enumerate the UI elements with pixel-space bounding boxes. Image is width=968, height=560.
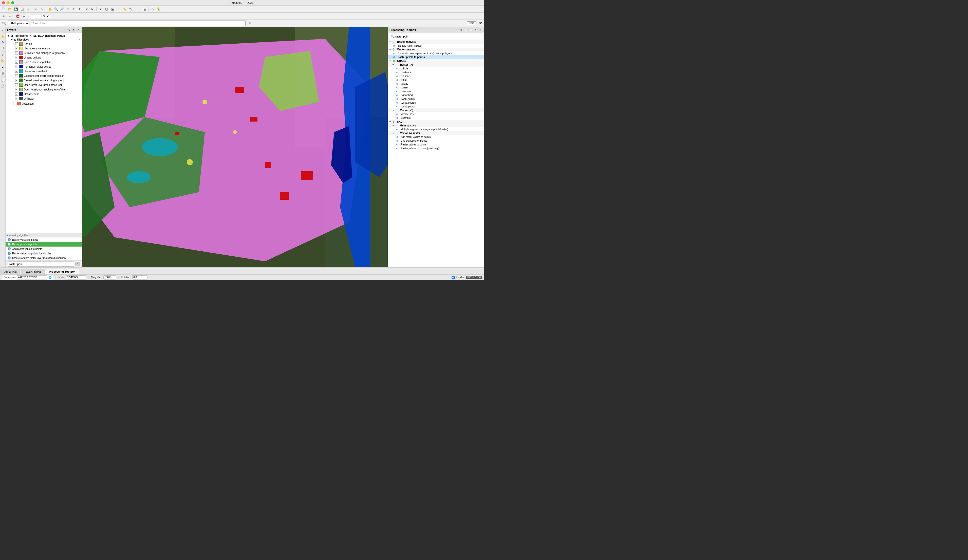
ptb-item-r-plane[interactable]: ⚙ r.plane <box>388 82 484 86</box>
temporal-tool-button[interactable]: 🕐 <box>0 78 5 83</box>
layers-expand-button[interactable]: ▼ <box>71 28 76 32</box>
layer-group-header-reprojected[interactable]: ▼ ⊞ Reprojected_HRSL_BGD_Rajshahi_Popula <box>7 34 81 38</box>
advanced-digi-button[interactable]: ◈ <box>21 13 27 19</box>
bare-checkbox[interactable] <box>15 61 18 64</box>
print-button[interactable]: 🖨 <box>25 6 31 12</box>
magnifier-input[interactable] <box>103 275 116 280</box>
open-project-button[interactable]: 📂 <box>7 6 13 12</box>
ptb-item-add-raster-values-points[interactable]: ⚙ Add raster values to points <box>388 135 484 139</box>
herbaceous-vegetation-checkbox[interactable] <box>15 47 18 50</box>
field-calc-button[interactable]: ∑ <box>136 6 141 12</box>
ptb-item-r-quant[interactable]: ⚙ r.quant <box>388 86 484 89</box>
select-button[interactable]: ▢ <box>104 6 109 12</box>
ptb-group-vector-v[interactable]: ▼ Vector (v.*) <box>388 108 484 112</box>
layer-item-urban[interactable]: Urban / built up <box>10 55 81 60</box>
ptb-item-r-lake[interactable]: ⚙ r.lake <box>388 78 484 82</box>
zoom-input[interactable] <box>31 14 41 18</box>
ptb-item-raster-values-points-saga[interactable]: ⚙ Raster values to points <box>388 142 484 146</box>
overview-button[interactable]: 🗺 <box>477 20 483 26</box>
urban-checkbox[interactable] <box>15 56 18 59</box>
zoom-next-button[interactable]: ⊳ <box>90 6 95 12</box>
ptb-item-r-viewshed[interactable]: ⚙ r.viewshed <box>388 93 484 97</box>
digitize-button[interactable]: ✏ <box>1 13 7 19</box>
render-checkbox[interactable] <box>452 276 455 279</box>
unknown-checkbox[interactable] <box>15 97 18 100</box>
annotations-tool-button[interactable]: 📝 <box>0 83 5 88</box>
zoom-extent-button[interactable]: ⊞ <box>65 6 71 12</box>
ptb-options-button[interactable]: ≡ <box>474 28 478 32</box>
render-label[interactable]: Render <box>452 276 464 279</box>
measure-button[interactable]: 📏 <box>122 6 128 12</box>
layer-item-cultivated[interactable]: Cultivated and managed vegetation / <box>10 51 81 55</box>
layer-item-oceans[interactable]: Oceans, seas <box>10 92 81 96</box>
cultivated-checkbox[interactable] <box>15 51 18 55</box>
ptb-group-grass[interactable]: ▼ 🌿 GRASS <box>388 59 484 63</box>
scale-input[interactable] <box>66 275 86 280</box>
proc-alg-raster-values-to-points[interactable]: S Raster values to points <box>6 237 82 242</box>
zoom-selection-button[interactable]: ⊟ <box>71 6 77 12</box>
locator-options-button[interactable]: ▼ <box>247 20 253 26</box>
ptb-item-v-kernel-rast[interactable]: ⚙ v.kernel.rast <box>388 112 484 116</box>
layer-item-open-forest-evergreen[interactable]: Open forest, evergreen broad leaf <box>10 83 81 87</box>
epsg-badge[interactable]: EPSG:3106 <box>466 276 482 279</box>
save-as-button[interactable]: 📋 <box>19 6 25 12</box>
tab-value-tool[interactable]: Value Tool <box>0 269 20 274</box>
ptb-item-r-what-points[interactable]: ⚙ r.what.points <box>388 104 484 108</box>
closed-forest-evergreen-checkbox[interactable] <box>15 74 18 77</box>
locator-search-icon[interactable]: 🔍 <box>1 20 7 26</box>
open-forest-evergreen-checkbox[interactable] <box>15 83 18 86</box>
tab-layer-styling[interactable]: Layer Styling <box>21 269 45 274</box>
ptb-group-vector-raster[interactable]: ▼ Vector <-> raster <box>388 131 484 135</box>
country-select[interactable]: Philippines <box>8 20 30 26</box>
layer-item-closed-forest-evergreen[interactable]: Closed forest, evergreen broad leaf <box>10 73 81 78</box>
zoom-in-tool-button[interactable]: ⊕ <box>0 40 5 45</box>
measure-tool-button[interactable]: 📐 <box>0 58 5 63</box>
dissolved-options-icon[interactable]: ≡ <box>79 38 80 41</box>
pan-button[interactable]: ✋ <box>47 6 53 12</box>
ptb-item-v-sample[interactable]: ⚙ v.sample <box>388 116 484 120</box>
ptb-group-vector-creation[interactable]: ▼ Q Vector creation <box>388 48 484 51</box>
plugins-button[interactable]: 🔧 <box>128 6 134 12</box>
identify-tool-button[interactable]: ℹ <box>0 52 5 57</box>
layers-close-button[interactable]: ✕ <box>76 28 80 32</box>
redo-button[interactable]: ↪ <box>39 6 45 12</box>
edit-button[interactable]: ✒ <box>7 13 13 19</box>
ptb-item-r-circle[interactable]: ⚙ r.circle <box>388 67 484 70</box>
ptb-group-raster-r[interactable]: ▼ Raster (r.*) <box>388 63 484 67</box>
ptb-item-raster-pixels-to-points-item[interactable]: ⚙ Raster pixels to points <box>388 55 484 59</box>
new-project-button[interactable]: 📄 <box>1 6 7 12</box>
zoom-out-tool-button[interactable]: ⊖ <box>0 45 5 50</box>
layers-add-button[interactable]: + <box>62 28 66 32</box>
save-project-button[interactable]: 💾 <box>13 6 19 12</box>
herbaceous-wetland-checkbox[interactable] <box>15 70 18 73</box>
ptb-item-r-what-coords[interactable]: ⚙ r.what.coords <box>388 101 484 104</box>
proc-alg-create-random-raster[interactable]: S Create random raster layer (poisson di… <box>6 256 82 260</box>
open-forest-not-matching-checkbox[interactable] <box>15 88 18 91</box>
deselect-button[interactable]: ✕ <box>116 6 121 12</box>
layer-item-open-forest-not-matching[interactable]: Open forest, not matching any of the <box>10 87 81 92</box>
ptb-history-button[interactable]: 🕐 <box>464 28 468 32</box>
layer-item-vectorized[interactable]: Vectorized <box>6 101 82 106</box>
map-area[interactable] <box>82 27 388 267</box>
coordinate-input[interactable] <box>17 275 47 280</box>
python-button[interactable]: 🐍 <box>156 6 161 12</box>
layer-item-herbaceous-vegetation[interactable]: Herbaceous vegetation <box>10 46 81 51</box>
vectorized-checkbox[interactable] <box>13 102 16 105</box>
ptb-search-input[interactable] <box>395 35 481 38</box>
snapping-button[interactable]: 🧲 <box>15 13 20 19</box>
ptb-item-grid-statistics[interactable]: ⚙ Grid statistics for points <box>388 139 484 142</box>
layer-item-permanent-water[interactable]: Permanent water bodies <box>10 65 81 69</box>
ptb-item-r-distance[interactable]: ⚙ r.distance <box>388 70 484 74</box>
ptb-item-r-random[interactable]: ⚙ r.random <box>388 89 484 93</box>
ptb-close-button[interactable]: ✕ <box>478 28 482 32</box>
layers-filter-button[interactable]: 🔍 <box>66 28 71 32</box>
ptb-item-sample-raster-values[interactable]: ⚙ Sample raster values <box>388 44 484 48</box>
undo-button[interactable]: ↩ <box>33 6 39 12</box>
identify-button[interactable]: ℹ <box>98 6 103 12</box>
layer-item-closed-forest-not-matching[interactable]: Closed forest, not matching any of th <box>10 78 81 83</box>
fullscreen-window-button[interactable] <box>11 1 14 4</box>
ptb-item-r-walk-points[interactable]: ⚙ r.walk.points <box>388 97 484 101</box>
proc-alg-raster-pixels-to-points[interactable]: S Raster pixels to points <box>6 242 82 247</box>
proc-alg-add-raster-values[interactable]: S Add raster values to points <box>6 247 82 251</box>
layer-item-unknown[interactable]: Unknown <box>10 96 81 101</box>
